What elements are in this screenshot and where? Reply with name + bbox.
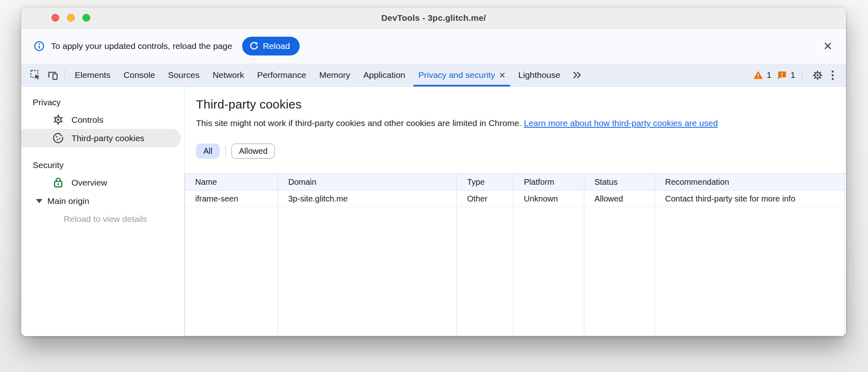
table-cell-domain[interactable]: 3p-site.glitch.me [278,190,457,207]
table-cell-name[interactable]: iframe-seen [185,190,278,207]
reload-infobar: To apply your updated controls, reload t… [21,29,846,64]
cookie-icon [52,132,65,144]
tab-sources[interactable]: Sources [162,64,205,86]
sidebar-note: Reload to view details [21,210,184,224]
table-empty-area [278,207,457,336]
status-filter-group: All Allowed [196,144,846,159]
device-toolbar-icon[interactable] [45,67,61,83]
table-cell-type[interactable]: Other [457,190,514,207]
column-header-type[interactable]: Type [457,174,514,190]
column-header-status[interactable]: Status [584,174,655,190]
customize-devtools-icon[interactable] [826,67,839,83]
inspect-element-icon[interactable] [27,67,44,83]
reload-button-label: Reload [263,41,290,51]
table-empty-area [655,207,844,336]
tab-close-icon[interactable]: × [499,70,505,80]
sidebar-item-main-origin[interactable]: Main origin [21,192,181,210]
table-cell-platform[interactable]: Unknown [514,190,584,207]
filter-chip-all[interactable]: All [196,144,220,159]
table-empty-area [514,207,584,336]
title-bar: DevTools - 3pc.glitch.me/ [21,7,846,29]
sidebar-item-label: Third-party cookies [71,133,145,143]
tab-application[interactable]: Application [358,64,411,86]
table-empty-area [457,207,514,336]
tab-elements[interactable]: Elements [69,64,116,86]
tab-performance[interactable]: Performance [251,64,312,86]
privacy-security-sidebar: Privacy Controls [21,87,185,336]
devtools-toolbar: Elements Console Sources Network Perform… [21,64,846,87]
settings-gear-icon[interactable] [809,69,826,81]
warnings-counter[interactable]: 1 [753,70,772,80]
warning-count: 1 [767,70,772,80]
sidebar-item-label: Overview [71,178,107,188]
info-icon [33,40,45,52]
gear-icon [52,113,65,126]
reload-button[interactable]: Reload [242,37,300,55]
column-header-domain[interactable]: Domain [278,174,457,190]
sidebar-item-overview[interactable]: Overview [21,173,181,192]
learn-more-link[interactable]: Learn more about how third-party cookies… [524,118,718,128]
tab-network[interactable]: Network [207,64,250,86]
filter-divider [225,145,226,157]
sidebar-item-controls[interactable]: Controls [21,111,181,129]
toolbar-divider [802,69,802,81]
table-empty-area [185,207,278,336]
panel-description: This site might not work if third-party … [196,118,846,128]
tab-lighthouse[interactable]: Lighthouse [513,64,566,86]
sidebar-section-security: Security [21,158,184,173]
tab-console[interactable]: Console [118,64,161,86]
warning-icon [753,70,763,80]
column-header-recommendation[interactable]: Recommendation [655,174,844,190]
filter-chip-allowed[interactable]: Allowed [231,144,275,159]
table-empty-area [584,207,655,336]
sidebar-item-label: Controls [71,115,103,125]
cookies-table: Name Domain Type Platform Status Recomme… [185,173,845,336]
table-cell-status[interactable]: Allowed [584,190,655,207]
sidebar-item-third-party-cookies[interactable]: Third-party cookies [21,129,181,147]
infobar-close-icon[interactable]: × [823,39,832,53]
issue-icon [777,70,787,80]
window-title: DevTools - 3pc.glitch.me/ [21,13,846,23]
infobar-message: To apply your updated controls, reload t… [51,41,232,51]
page-title: Third-party cookies [196,97,846,111]
sidebar-section-privacy: Privacy [21,95,184,111]
reload-icon [249,41,259,51]
issues-counter[interactable]: 1 [777,70,795,80]
column-header-platform[interactable]: Platform [514,174,584,190]
more-tabs-icon[interactable] [567,64,587,86]
toolbar-divider [65,69,65,81]
tab-privacy-and-security[interactable]: Privacy and security × [412,64,511,86]
column-header-name[interactable]: Name [185,174,278,190]
issue-count: 1 [790,70,795,80]
devtools-window: DevTools - 3pc.glitch.me/ To apply your … [21,7,846,336]
lock-icon [52,176,65,189]
tab-memory[interactable]: Memory [314,64,356,86]
sidebar-item-label: Main origin [47,196,89,206]
third-party-cookies-panel: Third-party cookies This site might not … [185,87,846,336]
table-cell-recommendation[interactable]: Contact third-party site for more info [655,190,844,207]
triangle-down-icon [36,199,42,203]
